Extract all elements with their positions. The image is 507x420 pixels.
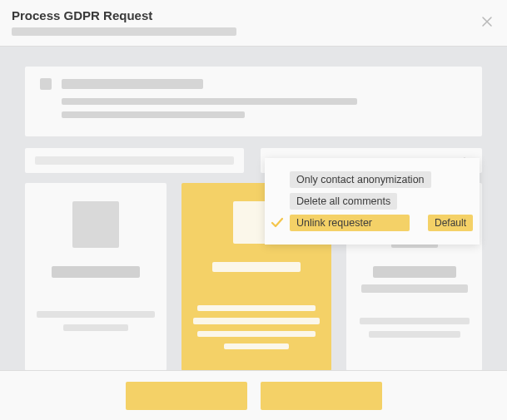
card-line — [197, 331, 316, 337]
dropdown-option-anonymize[interactable]: Only contact anonymization — [290, 171, 473, 188]
summary-title-placeholder — [62, 79, 203, 89]
card-line — [193, 318, 320, 324]
modal-footer — [0, 370, 507, 420]
card-line — [197, 305, 316, 311]
action-dropdown-menu: Only contact anonymization Delete all co… — [265, 158, 480, 245]
dropdown-option-label: Unlink requester — [290, 215, 410, 231]
option-card-1[interactable] — [25, 183, 167, 371]
request-summary-card — [25, 67, 482, 136]
card-line — [369, 331, 460, 338]
footer-button-primary[interactable] — [126, 382, 247, 410]
filter-input-left[interactable] — [25, 148, 244, 173]
dropdown-option-unlink-requester[interactable]: Unlink requester Default — [290, 215, 473, 231]
modal-header: Process GDPR Request — [0, 0, 507, 47]
summary-icon-placeholder — [40, 78, 52, 90]
card-subtitle-placeholder — [361, 284, 468, 293]
dropdown-option-label: Delete all comments — [290, 193, 397, 210]
card-title-placeholder — [212, 262, 301, 273]
card-line — [37, 311, 155, 318]
summary-line-1 — [62, 98, 357, 105]
header-subtitle-placeholder — [12, 27, 236, 36]
dropdown-option-label: Only contact anonymization — [290, 171, 431, 188]
card-title-placeholder — [52, 266, 140, 278]
card-icon-placeholder — [72, 201, 119, 248]
summary-line-2 — [62, 111, 245, 118]
dropdown-option-delete-comments[interactable]: Delete all comments — [290, 193, 473, 210]
card-line — [224, 343, 289, 349]
card-line — [360, 318, 470, 324]
default-badge: Default — [428, 215, 473, 231]
close-icon[interactable] — [480, 15, 494, 28]
card-title-placeholder — [373, 266, 456, 278]
card-line — [63, 324, 128, 331]
footer-button-secondary[interactable] — [261, 382, 382, 410]
modal-title: Process GDPR Request — [12, 8, 495, 22]
check-icon — [270, 215, 285, 230]
